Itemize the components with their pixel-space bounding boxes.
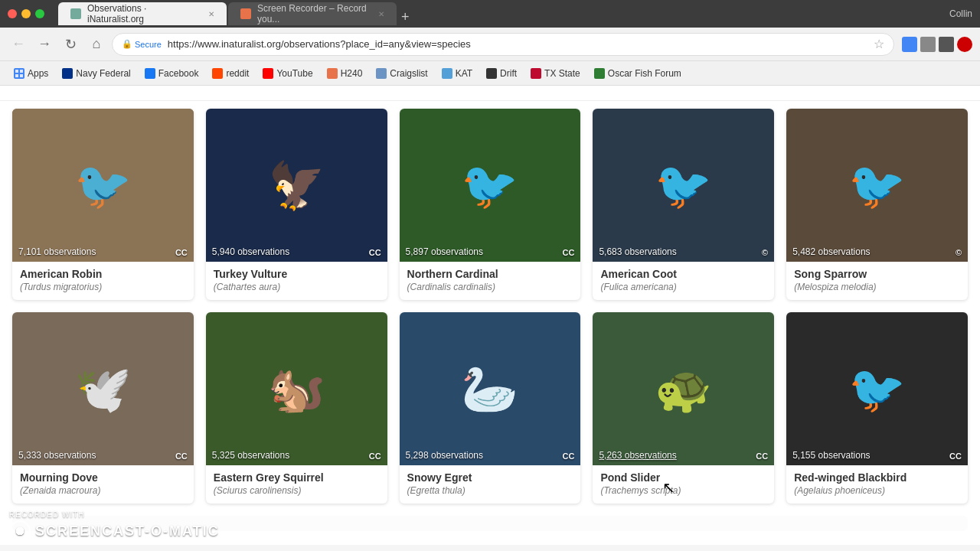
extension-icon-4[interactable] [957,37,972,52]
home-button[interactable]: ⌂ [86,34,107,55]
card-info-mourning-dove: Mourning Dove (Zenaida macroura) [12,465,194,504]
obs-count-mourning-dove: 5,333 observations [18,450,96,461]
card-info-american-robin: American Robin (Turdus migratorius) [12,262,194,300]
tab-inaturalist-icon [70,8,81,19]
license-northern-cardinal: CC [563,248,575,257]
svg-rect-0 [15,70,18,73]
species-grid-container: 🐦 🐦 7,101 observations CC American Robin… [0,101,980,539]
browser-titlebar: Observations · iNaturalist.org ✕ Screen … [0,0,980,28]
tab-recorder[interactable]: Screen Recorder – Record you... ✕ [228,2,397,25]
obs-count-song-sparrow: 5,482 observations [792,246,870,257]
bookmark-h240-label: H240 [341,68,363,79]
minimize-button[interactable] [21,9,31,18]
bookmark-kat[interactable]: KAT [436,66,479,81]
species-scientific-american-coot: (Fulica americana) [600,282,766,292]
watermark-line1: RECORDED WITH [9,510,220,519]
bookmark-tx-state[interactable]: TX State [524,66,586,81]
bookmark-oscar-fish[interactable]: Oscar Fish Forum [588,66,688,81]
species-card-eastern-grey-squirrel[interactable]: 🐿️ 5,325 observations CC Eastern Grey Sq… [206,312,387,504]
card-overlay-snowy-egret: 5,298 observations CC [400,445,581,465]
card-image-snowy-egret: 🦢 5,298 observations CC [400,312,581,465]
bookmark-reddit[interactable]: reddit [206,66,255,81]
card-info-pond-slider: Pond Slider (Trachemys scripta) [593,465,774,504]
species-card-pond-slider[interactable]: 🐢 5,263 observations CC Pond Slider (Tra… [593,312,774,504]
bookmark-youtube[interactable]: YouTube [256,66,318,81]
species-name-eastern-grey-squirrel: Eastern Grey Squirrel [214,471,380,484]
species-scientific-american-robin: (Turdus migratorius) [20,282,186,292]
secure-badge: Secure [122,39,162,49]
reload-button[interactable]: ↻ [60,34,81,55]
watermark-logo: ⏺ SCREENCAST-O-MATIC [9,520,220,542]
species-card-snowy-egret[interactable]: 🦢 5,298 observations CC Snowy Egret (Egr… [400,312,581,504]
browser-toolbar: ← → ↻ ⌂ Secure https://www.inaturalist.o… [0,28,980,61]
species-card-northern-cardinal[interactable]: 🐦 5,897 observations CC Northern Cardina… [400,109,581,300]
h240-icon [327,68,338,79]
back-button[interactable]: ← [8,34,29,55]
bookmark-facebook[interactable]: Facebook [139,66,205,81]
page-content: 🐦 🐦 7,101 observations CC American Robin… [0,86,980,545]
license-snowy-egret: CC [563,452,575,461]
bookmark-apps-label: Apps [28,68,48,79]
tab-inaturalist-close[interactable]: ✕ [208,10,214,18]
kat-icon [442,68,452,79]
species-name-american-robin: American Robin [20,268,186,280]
bookmark-h240[interactable]: H240 [321,66,369,81]
species-card-turkey-vulture[interactable]: 🦅 5,940 observations CC Turkey Vulture (… [206,109,387,300]
new-tab-button[interactable]: + [401,9,410,25]
watermark-brand-text: SCREENCAST-O-MATIC [35,523,220,540]
card-image-song-sparrow: 🐦 5,482 observations © [786,109,968,262]
drift-icon [486,68,497,79]
svg-rect-3 [20,74,23,77]
tab-inaturalist[interactable]: Observations · iNaturalist.org ✕ [58,2,227,25]
bookmark-youtube-label: YouTube [276,68,312,79]
obs-count-american-coot: 5,683 observations [599,246,676,257]
species-card-american-coot[interactable]: 🐦 5,683 observations © American Coot (Fu… [593,109,774,300]
card-image-red-winged-blackbird: 🐦 5,155 observations CC [786,312,968,465]
species-scientific-eastern-grey-squirrel: (Sciurus carolinensis) [214,485,380,496]
obs-count-northern-cardinal: 5,897 observations [406,246,483,257]
bookmark-star-icon[interactable]: ☆ [874,37,884,51]
bookmark-navy-federal[interactable]: Navy Federal [56,66,136,81]
card-info-snowy-egret: Snowy Egret (Egretta thula) [400,465,581,504]
species-card-mourning-dove[interactable]: 🕊️ 5,333 observations CC Mourning Dove (… [12,312,194,504]
species-scientific-northern-cardinal: (Cardinalis cardinalis) [407,282,573,292]
species-card-american-robin[interactable]: 🐦 🐦 7,101 observations CC American Robin… [12,109,194,300]
obs-count-pond-slider: 5,263 observations [599,450,676,461]
youtube-icon [263,68,273,79]
license-eastern-grey-squirrel: CC [369,452,381,461]
obs-count-eastern-grey-squirrel: 5,325 observations [212,450,289,461]
license-american-robin: CC [175,248,188,257]
url-text[interactable]: https://www.inaturalist.org/observations… [168,38,867,50]
bookmark-craigslist[interactable]: Craigslist [370,66,433,81]
card-overlay-turkey-vulture: 5,940 observations CC [206,242,387,262]
species-scientific-turkey-vulture: (Cathartes aura) [214,282,380,292]
license-pond-slider: CC [756,452,768,461]
obs-count-snowy-egret: 5,298 observations [406,450,483,461]
card-info-red-winged-blackbird: Red-winged Blackbird (Agelaius phoeniceu… [786,465,968,504]
species-scientific-song-sparrow: (Melospiza melodia) [794,282,960,292]
tab-recorder-close[interactable]: ✕ [378,10,384,18]
screencast-watermark: RECORDED WITH ⏺ SCREENCAST-O-MATIC [9,510,220,542]
bookmark-drift[interactable]: Drift [480,66,523,81]
traffic-lights [8,9,44,18]
tab-recorder-icon [240,8,251,19]
extension-icon-1[interactable] [902,37,917,52]
bookmark-apps[interactable]: Apps [8,66,54,81]
species-card-red-winged-blackbird[interactable]: 🐦 5,155 observations CC Red-winged Black… [786,312,968,504]
card-info-american-coot: American Coot (Fulica americana) [593,262,774,300]
bookmarks-bar: Apps Navy Federal Facebook reddit YouTub… [0,61,980,86]
forward-button[interactable]: → [34,34,55,55]
card-info-eastern-grey-squirrel: Eastern Grey Squirrel (Sciurus carolinen… [206,465,387,504]
extension-icon-2[interactable] [920,37,936,52]
address-bar[interactable]: Secure https://www.inaturalist.org/obser… [112,33,894,56]
maximize-button[interactable] [35,9,44,18]
extension-icon-3[interactable] [939,37,954,52]
close-button[interactable] [8,9,17,18]
species-name-red-winged-blackbird: Red-winged Blackbird [794,471,960,484]
tab-recorder-label: Screen Recorder – Record you... [257,3,372,24]
card-image-eastern-grey-squirrel: 🐿️ 5,325 observations CC [206,312,387,465]
species-card-song-sparrow[interactable]: 🐦 5,482 observations © Song Sparrow (Mel… [786,109,968,300]
license-mourning-dove: CC [175,452,188,461]
card-image-pond-slider: 🐢 5,263 observations CC [593,312,774,465]
card-info-turkey-vulture: Turkey Vulture (Cathartes aura) [206,262,387,300]
